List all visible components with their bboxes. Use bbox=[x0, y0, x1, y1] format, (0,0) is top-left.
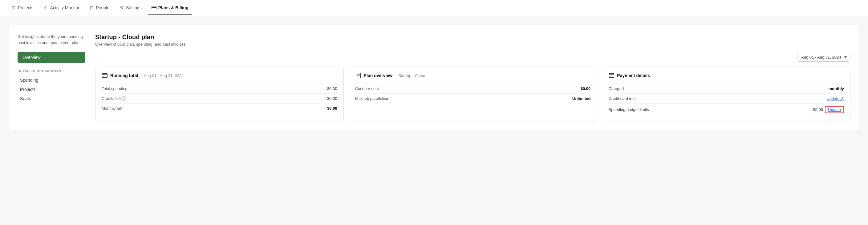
settings-icon: ⚙ bbox=[119, 5, 124, 10]
total-spending-value: $0.00 bbox=[327, 86, 337, 91]
total-spending-label: Total spending bbox=[102, 86, 127, 91]
nav-label-settings: Settings bbox=[126, 5, 142, 10]
cost-per-seat-row: Cost per seat $0.00 bbox=[355, 84, 591, 93]
credits-left-label: Credits left ? bbox=[102, 96, 126, 101]
plan-overview-title: Plan overview bbox=[364, 73, 393, 78]
people-icon: ⊡ bbox=[89, 5, 94, 10]
projects-icon: ⊟ bbox=[11, 5, 16, 10]
charged-row: Charged monthly bbox=[608, 84, 844, 93]
spending-budget-amount: $5.00 bbox=[813, 107, 823, 112]
sidebar-link-projects[interactable]: Projects bbox=[18, 85, 85, 94]
max-parallelism-label: Max job parallelism bbox=[355, 96, 389, 101]
content-card: Get insights about the your spending, pa… bbox=[9, 25, 859, 130]
nav-item-settings[interactable]: ⚙ Settings bbox=[116, 1, 145, 15]
svg-rect-1 bbox=[152, 7, 156, 8]
credit-card-label: Credit card info bbox=[608, 96, 636, 101]
plan-overview-card: Plan overview · Startup - Cloud Cost per… bbox=[349, 66, 597, 121]
plan-subtitle: Overview of your plan, spending, and pas… bbox=[95, 42, 850, 47]
nav-label-activity-monitor: Activity Monitor bbox=[50, 5, 80, 10]
running-total-icon bbox=[102, 73, 108, 79]
spending-budget-row: Spending budget limits $5.00 Update bbox=[608, 103, 844, 116]
monthly-bill-row: Monthly bill $0.00 bbox=[102, 103, 337, 113]
date-range-select[interactable]: Aug 01 - Aug 31, 2024 bbox=[797, 53, 850, 62]
main-container: Get insights about the your spending, pa… bbox=[0, 16, 868, 225]
credits-left-row: Credits left ? $0.00 bbox=[102, 93, 337, 103]
running-total-title: Running total bbox=[110, 73, 138, 78]
nav-label-projects: Projects bbox=[18, 5, 34, 10]
nav-item-plans-billing[interactable]: Plans & Billing bbox=[148, 1, 192, 15]
main-content: Startup - Cloud plan Overview of your pl… bbox=[95, 34, 850, 121]
nav-label-people: People bbox=[96, 5, 110, 10]
svg-rect-2 bbox=[102, 74, 107, 78]
sidebar-link-spending[interactable]: Spending bbox=[18, 76, 85, 84]
svg-rect-11 bbox=[609, 76, 611, 77]
credits-info-icon[interactable]: ? bbox=[122, 96, 126, 101]
sidebar-link-seats[interactable]: Seats bbox=[18, 94, 85, 103]
cards-row: Running total · Aug 01 - Aug 31, 2024 To… bbox=[95, 66, 850, 121]
nav-bar: ⊟ Projects ⊕ Activity Monitor ⊡ People ⚙… bbox=[0, 0, 868, 16]
svg-rect-10 bbox=[609, 75, 614, 76]
nav-item-people[interactable]: ⊡ People bbox=[86, 1, 113, 15]
sidebar: Get insights about the your spending, pa… bbox=[18, 34, 85, 121]
plan-overview-subtitle: · Startup - Cloud bbox=[396, 73, 425, 78]
payment-details-title: Payment details bbox=[617, 73, 650, 78]
monthly-bill-label: Monthly bill bbox=[102, 106, 122, 111]
running-total-header: Running total · Aug 01 - Aug 31, 2024 bbox=[102, 73, 337, 79]
nav-item-activity-monitor[interactable]: ⊕ Activity Monitor bbox=[40, 1, 83, 15]
charged-label: Charged bbox=[608, 86, 624, 91]
max-parallelism-value: Unlimited bbox=[572, 96, 590, 101]
spending-budget-label: Spending budget limits bbox=[608, 107, 649, 112]
sidebar-section-label: DETAILED BREAKDOWN bbox=[18, 69, 85, 73]
svg-rect-5 bbox=[356, 73, 361, 78]
monthly-bill-value: $0.00 bbox=[327, 106, 337, 111]
running-total-card: Running total · Aug 01 - Aug 31, 2024 To… bbox=[95, 66, 344, 121]
payment-details-card: Payment details Charged monthly Credit c… bbox=[602, 66, 850, 121]
plans-billing-icon bbox=[152, 5, 156, 10]
svg-rect-4 bbox=[102, 76, 104, 77]
cost-per-seat-label: Cost per seat bbox=[355, 86, 379, 91]
svg-rect-9 bbox=[609, 74, 614, 78]
nav-item-projects[interactable]: ⊟ Projects bbox=[7, 1, 37, 15]
payment-details-header: Payment details bbox=[608, 73, 844, 79]
credit-card-row: Credit card info Update ↗ bbox=[608, 93, 844, 103]
payment-details-icon bbox=[608, 73, 615, 79]
nav-label-plans-billing: Plans & Billing bbox=[158, 5, 188, 10]
credit-card-update-link[interactable]: Update ↗ bbox=[827, 96, 844, 101]
spending-budget-controls: $5.00 Update bbox=[813, 106, 844, 113]
max-parallelism-row: Max job parallelism Unlimited bbox=[355, 93, 591, 103]
running-total-subtitle: · Aug 01 - Aug 31, 2024 bbox=[142, 73, 184, 78]
activity-monitor-icon: ⊕ bbox=[43, 5, 49, 10]
sidebar-description: Get insights about the your spending, pa… bbox=[18, 34, 85, 46]
plan-overview-icon bbox=[355, 73, 361, 79]
svg-rect-3 bbox=[102, 75, 107, 76]
spending-budget-update-button[interactable]: Update bbox=[825, 106, 844, 113]
date-row: Aug 01 - Aug 31, 2024 bbox=[95, 53, 850, 62]
overview-button[interactable]: Overview bbox=[18, 52, 85, 63]
cost-per-seat-value: $0.00 bbox=[581, 86, 591, 91]
total-spending-row: Total spending $0.00 bbox=[102, 84, 337, 93]
plan-title: Startup - Cloud plan bbox=[95, 34, 850, 41]
credits-left-value: $0.00 bbox=[327, 96, 337, 101]
plan-overview-header: Plan overview · Startup - Cloud bbox=[355, 73, 591, 79]
charged-value: monthly bbox=[828, 86, 844, 91]
